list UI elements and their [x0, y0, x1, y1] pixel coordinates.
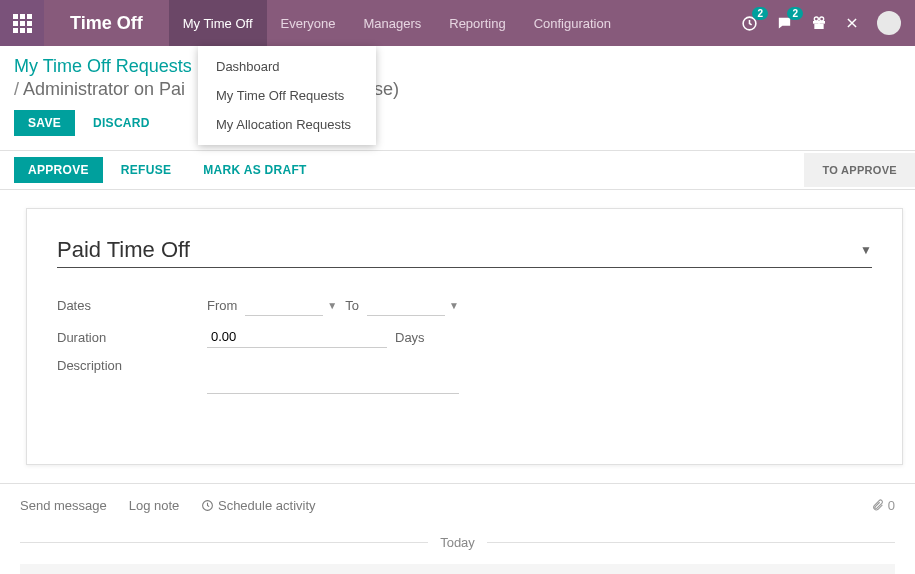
- approve-button[interactable]: APPROVE: [14, 157, 103, 183]
- form-card: ▼ Dates From ▼ To ▼ Duration Days Descri…: [26, 208, 903, 465]
- attachment-count: 0: [888, 498, 895, 513]
- duration-input[interactable]: [207, 326, 387, 348]
- schedule-activity-button[interactable]: Schedule activity: [201, 498, 315, 513]
- chevron-down-icon[interactable]: ▼: [860, 243, 872, 257]
- messages-badge: 2: [787, 7, 803, 20]
- date-from-input[interactable]: [245, 294, 323, 316]
- from-label: From: [207, 298, 237, 313]
- breadcrumb-root[interactable]: My Time Off Requests: [14, 56, 901, 77]
- svg-point-5: [820, 17, 824, 21]
- to-caret-icon[interactable]: ▼: [449, 300, 459, 311]
- refuse-button[interactable]: REFUSE: [107, 157, 185, 183]
- top-nav: My Time Off Everyone Managers Reporting …: [169, 0, 625, 46]
- today-separator: Today: [20, 535, 895, 550]
- app-title: Time Off: [44, 13, 169, 34]
- activity-icon[interactable]: 2: [741, 15, 758, 32]
- description-label: Description: [57, 358, 207, 373]
- save-button[interactable]: SAVE: [14, 110, 75, 136]
- dropdown-my-allocation-requests[interactable]: My Allocation Requests: [198, 110, 376, 139]
- time-off-type-input[interactable]: [57, 237, 860, 263]
- nav-managers[interactable]: Managers: [349, 0, 435, 46]
- attachment-icon[interactable]: [871, 499, 884, 512]
- from-caret-icon[interactable]: ▼: [327, 300, 337, 311]
- send-message-button[interactable]: Send message: [20, 498, 107, 513]
- svg-point-4: [814, 17, 818, 21]
- status-to-approve: TO APPROVE: [804, 153, 915, 187]
- svg-point-6: [877, 11, 901, 35]
- dates-label: Dates: [57, 298, 207, 313]
- gift-icon[interactable]: [811, 15, 827, 31]
- topbar-right: 2 2: [741, 11, 915, 35]
- close-icon[interactable]: [845, 16, 859, 30]
- chatter: Send message Log note Schedule activity …: [0, 483, 915, 574]
- action-buttons: SAVE DISCARD: [0, 100, 915, 150]
- nav-reporting[interactable]: Reporting: [435, 0, 519, 46]
- apps-icon: [13, 14, 32, 33]
- to-label: To: [345, 298, 359, 313]
- user-avatar[interactable]: [877, 11, 901, 35]
- description-input[interactable]: [207, 358, 459, 394]
- dropdown-dashboard[interactable]: Dashboard: [198, 52, 376, 81]
- status-bar: APPROVE REFUSE MARK AS DRAFT TO APPROVE: [0, 150, 915, 190]
- messages-icon[interactable]: 2: [776, 15, 793, 32]
- nav-everyone[interactable]: Everyone: [267, 0, 350, 46]
- activity-badge: 2: [752, 7, 768, 20]
- nav-my-time-off[interactable]: My Time Off: [169, 0, 267, 46]
- duration-label: Duration: [57, 330, 207, 345]
- topbar: Time Off My Time Off Everyone Managers R…: [0, 0, 915, 46]
- days-label: Days: [395, 330, 425, 345]
- my-time-off-dropdown: Dashboard My Time Off Requests My Alloca…: [198, 46, 376, 145]
- mark-draft-button[interactable]: MARK AS DRAFT: [189, 157, 320, 183]
- discard-button[interactable]: DISCARD: [79, 110, 164, 136]
- svg-rect-3: [818, 21, 819, 29]
- log-note-button[interactable]: Log note: [129, 498, 180, 513]
- message-row: Administrator: [20, 564, 895, 574]
- dropdown-my-time-off-requests[interactable]: My Time Off Requests: [198, 81, 376, 110]
- apps-menu-button[interactable]: [0, 0, 44, 46]
- date-to-input[interactable]: [367, 294, 445, 316]
- breadcrumb-current: /Administrator on Pai(False): [14, 79, 901, 100]
- nav-configuration[interactable]: Configuration: [520, 0, 625, 46]
- breadcrumb: My Time Off Requests /Administrator on P…: [0, 46, 915, 100]
- time-off-type-field[interactable]: ▼: [57, 237, 872, 268]
